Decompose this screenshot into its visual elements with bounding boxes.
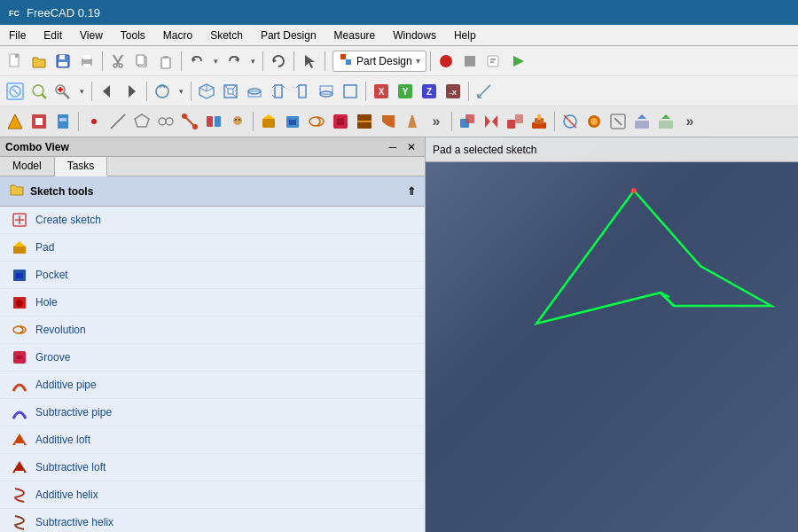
tooltip-text: Pad a selected sketch [433,144,536,156]
stop-button[interactable] [458,50,481,73]
pd-groove-btn[interactable] [329,110,352,133]
back-view-button[interactable] [339,80,362,103]
print-button[interactable] [75,50,98,73]
refresh-button[interactable] [267,50,290,73]
combo-close-btn[interactable]: ✕ [403,141,419,153]
pd-export2-btn[interactable] [654,110,677,133]
combo-view-title: Combo View [5,141,69,153]
pd-toggle-btn[interactable] [606,110,630,133]
bottom-view-button[interactable] [315,80,338,103]
tab-model[interactable]: Model [0,157,55,176]
pd-clone-btn[interactable] [504,110,527,133]
menu-windows[interactable]: Windows [384,25,445,45]
new-button[interactable] [4,50,27,73]
tool-item-revolution[interactable]: Revolution [0,317,425,344]
view-y-button[interactable]: Y [394,80,417,103]
svg-rect-8 [83,55,90,59]
undo-button[interactable] [185,50,208,73]
partdesign-btn2[interactable] [51,110,74,133]
menu-help[interactable]: Help [445,25,485,45]
sketch-attach-btn[interactable] [27,110,51,133]
pd-bool-btn[interactable] [456,110,479,133]
tool-item-hole[interactable]: Hole [0,289,425,317]
dog-btn[interactable] [226,110,249,133]
fit-selection-button[interactable] [27,80,51,103]
tool-item-groove[interactable]: Groove [0,344,425,372]
pd-export-btn[interactable] [630,110,653,133]
open-button[interactable] [27,50,51,73]
menu-sketch[interactable]: Sketch [201,25,252,45]
back-button[interactable] [96,80,119,103]
measure-button[interactable] [473,80,496,103]
macro-edit-button[interactable] [482,50,505,73]
view-filter-dropdown[interactable]: ▾ [75,80,88,103]
constraint-btn[interactable] [154,110,177,133]
combo-minimize-btn[interactable]: ─ [385,141,400,153]
tool-item-subtractive-loft[interactable]: Subtractive loft [0,454,425,481]
right-view-button[interactable] [267,80,290,103]
tool-item-additive-helix[interactable]: Additive helix [0,481,425,509]
pd-pocket-btn[interactable] [281,110,304,133]
cursor-button[interactable] [298,50,321,73]
pd-fillet-btn[interactable] [377,110,400,133]
view-nx-button[interactable]: -X [442,80,465,103]
redo-dropdown[interactable]: ▾ [246,50,259,73]
tab-tasks[interactable]: Tasks [55,157,108,176]
pd-mirror-btn[interactable] [480,110,503,133]
paste-button[interactable] [154,50,177,73]
undo-dropdown[interactable]: ▾ [209,50,222,73]
view-filter-button[interactable] [51,80,74,103]
pd-more2-btn[interactable]: » [678,110,701,133]
redo-button[interactable] [223,50,246,73]
tool-item-create-sketch[interactable]: Create sketch [0,207,425,234]
pd-pad-btn[interactable] [257,110,280,133]
tool-item-subtractive-pipe[interactable]: Subtractive pipe [0,399,425,426]
record-button[interactable] [434,50,458,73]
pd-appearance-btn[interactable] [583,110,606,133]
copy-button[interactable] [130,50,153,73]
sketch-sym-btn[interactable] [202,110,225,133]
param-btn[interactable] [178,110,201,133]
3d-viewport[interactable]: Pad a selected sketch [426,137,798,532]
pd-chamfer-btn[interactable] [353,110,376,133]
view-z-button[interactable]: Z [418,80,441,103]
play-button[interactable] [506,50,529,73]
pd-rev-btn[interactable] [305,110,328,133]
menu-measure[interactable]: Measure [325,25,385,45]
menu-edit[interactable]: Edit [35,25,71,45]
tool-item-pad[interactable]: Pad [0,234,425,262]
point-btn[interactable] [82,110,106,133]
svg-marker-116 [638,114,646,119]
forward-button[interactable] [120,80,143,103]
front-view-button[interactable] [219,80,242,103]
polygon-btn[interactable] [130,110,153,133]
top-view-button[interactable] [243,80,266,103]
cut-button[interactable] [106,50,129,73]
menu-macro[interactable]: Macro [154,25,201,45]
pd-multiextrude-btn[interactable] [528,110,551,133]
tool-item-additive-loft[interactable]: Additive loft [0,426,425,454]
menu-tools[interactable]: Tools [112,25,154,45]
sync-dropdown[interactable]: ▾ [175,80,187,103]
tool-item-subtractive-helix[interactable]: Subtractive helix [0,509,425,532]
view-x-button[interactable]: X [370,80,393,103]
menu-file[interactable]: File [0,25,35,45]
menu-part-design[interactable]: Part Design [252,25,325,45]
sketch-tools-expand-icon[interactable]: ⇑ [407,185,416,198]
iso-view-button[interactable] [195,80,218,103]
svg-rect-86 [207,116,213,127]
pd-draft-btn[interactable] [401,110,424,133]
sync-view-button[interactable] [151,80,174,103]
sketch-display [497,182,780,359]
left-view-button[interactable] [291,80,314,103]
pd-section-btn[interactable] [559,110,582,133]
workbench-dropdown[interactable]: Part Design ▾ [332,51,426,72]
partdesign-btn1[interactable] [4,110,27,133]
menu-view[interactable]: View [71,25,112,45]
save-button[interactable] [51,50,74,73]
tool-item-additive-pipe[interactable]: Additive pipe [0,372,425,399]
tool-item-pocket[interactable]: Pocket [0,262,425,289]
line-btn[interactable] [106,110,129,133]
pd-more-btn[interactable]: » [425,110,448,133]
fit-all-button[interactable] [4,80,27,103]
